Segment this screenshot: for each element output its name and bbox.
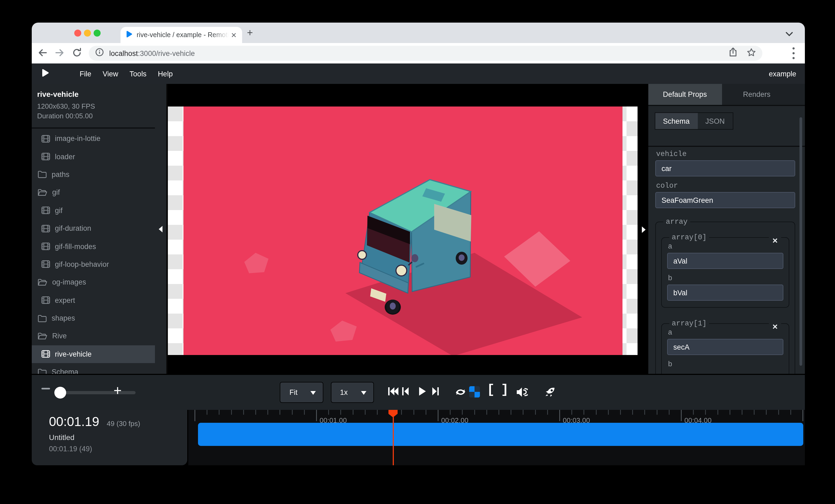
film-icon bbox=[41, 260, 50, 268]
color-field[interactable] bbox=[655, 192, 795, 208]
set-out-point-button[interactable]: ] bbox=[501, 382, 509, 397]
sidebar-item-label: gif-fill-modes bbox=[55, 242, 96, 250]
composition-duration: Duration 00:05.00 bbox=[37, 111, 149, 121]
menu-dots-icon[interactable]: ••• bbox=[791, 46, 796, 60]
play-icon[interactable] bbox=[419, 387, 426, 398]
menu-view[interactable]: View bbox=[103, 70, 118, 78]
chevron-down-icon bbox=[361, 391, 366, 395]
timeline-clip-bar[interactable] bbox=[198, 423, 803, 446]
chevron-down-icon[interactable] bbox=[786, 29, 793, 39]
sidebar-item-label: gif bbox=[52, 189, 60, 196]
sidebar-item-label: Rive bbox=[52, 332, 67, 340]
forward-icon[interactable] bbox=[55, 48, 65, 60]
menu-tools[interactable]: Tools bbox=[130, 70, 147, 78]
preview-area bbox=[167, 84, 647, 374]
folder-icon bbox=[38, 171, 47, 178]
props-panel: Default Props Renders Schema JSON vehicl… bbox=[647, 84, 805, 374]
new-tab-button[interactable]: + bbox=[247, 28, 253, 38]
main-area: rive-vehicle 1200x630, 30 FPS Duration 0… bbox=[32, 84, 805, 374]
array-1-label: array[1] bbox=[669, 319, 709, 328]
reload-icon[interactable] bbox=[72, 48, 82, 60]
jump-start-icon[interactable] bbox=[388, 387, 399, 398]
star-icon[interactable] bbox=[747, 48, 756, 59]
sidebar-item-label: gif-duration bbox=[55, 224, 91, 232]
sidebar-item-paths[interactable]: paths bbox=[32, 166, 155, 184]
volume-icon[interactable] bbox=[516, 387, 528, 399]
sidebar-item-gif-fill-modes[interactable]: gif-fill-modes bbox=[32, 237, 155, 255]
composition-title: rive-vehicle bbox=[37, 90, 149, 99]
sidebar-item-label: gif bbox=[55, 207, 63, 215]
array-1-fieldset: array[1] ✕ a b bbox=[661, 319, 789, 374]
array-0-b-field[interactable] bbox=[667, 285, 783, 301]
timeline-track-area[interactable]: 00:01.00 00:02.00 00:03.00 00:04.00 bbox=[188, 410, 805, 465]
zoom-out-icon[interactable] bbox=[41, 388, 50, 390]
sidebar-item-gif[interactable]: gif bbox=[32, 202, 155, 219]
film-icon bbox=[41, 225, 50, 232]
back-icon[interactable] bbox=[38, 48, 47, 60]
sidebar-item-label: Schema bbox=[52, 368, 78, 374]
film-icon bbox=[41, 243, 50, 250]
props-scrollbar[interactable] bbox=[799, 117, 802, 366]
sidebar-item-label: og-images bbox=[52, 278, 86, 287]
sidebar-item-shapes[interactable]: shapes bbox=[32, 309, 155, 327]
vehicle-field[interactable] bbox=[655, 160, 795, 176]
window-close-button[interactable] bbox=[74, 29, 81, 36]
toggle-json[interactable]: JSON bbox=[697, 113, 733, 129]
set-in-point-button[interactable]: [ bbox=[487, 382, 495, 397]
array-label: array bbox=[663, 218, 690, 226]
info-icon[interactable] bbox=[95, 48, 104, 59]
sidebar-item-label: paths bbox=[52, 170, 69, 178]
playback-toolbar: + Fit 1x [ ] bbox=[32, 374, 805, 410]
sidebar-item-expert[interactable]: expert bbox=[32, 291, 155, 309]
loop-icon[interactable] bbox=[455, 387, 466, 399]
array-0-a-field[interactable] bbox=[667, 253, 783, 269]
menu-file[interactable]: File bbox=[80, 70, 91, 78]
current-timecode: 00:01.19 bbox=[49, 414, 99, 429]
browser-window: rive-vehicle / example - Remoti ✕ + loca… bbox=[32, 23, 805, 488]
sidebar-item-image-in-lottie[interactable]: image-in-lottie bbox=[32, 130, 155, 148]
collapse-right-icon[interactable] bbox=[641, 227, 645, 233]
folder-open-icon bbox=[38, 189, 47, 196]
film-icon bbox=[41, 207, 50, 214]
sidebar-item-rive[interactable]: Rive bbox=[32, 327, 155, 345]
array-1-a-field[interactable] bbox=[667, 339, 783, 355]
sidebar-item-schema[interactable]: Schema bbox=[32, 363, 155, 374]
film-icon bbox=[41, 351, 50, 358]
zoom-slider-thumb[interactable] bbox=[54, 387, 66, 399]
sidebar-item-gif-loop-behavior[interactable]: gif-loop-behavior bbox=[32, 255, 155, 273]
next-frame-icon[interactable] bbox=[432, 387, 439, 398]
toggle-schema[interactable]: Schema bbox=[655, 113, 697, 129]
array-0-fieldset: array[0] ✕ a b bbox=[661, 233, 789, 308]
window-bottom-filler bbox=[32, 465, 805, 488]
sidebar-item-gif-folder[interactable]: gif bbox=[32, 184, 155, 202]
sidebar-item-rive-vehicle[interactable]: rive-vehicle bbox=[32, 345, 155, 363]
rocket-icon[interactable] bbox=[545, 386, 556, 400]
url-text: localhost:3000/rive-vehicle bbox=[109, 49, 729, 57]
sidebar-item-label: gif-loop-behavior bbox=[55, 260, 109, 268]
window-maximize-button[interactable] bbox=[94, 29, 101, 36]
remove-array-0-button[interactable]: ✕ bbox=[769, 237, 781, 245]
address-bar[interactable]: localhost:3000/rive-vehicle bbox=[89, 46, 762, 61]
browser-tab[interactable]: rive-vehicle / example - Remoti ✕ bbox=[121, 27, 242, 43]
window-minimize-button[interactable] bbox=[84, 29, 91, 36]
sidebar-item-og-images[interactable]: og-images bbox=[32, 273, 155, 291]
sidebar-item-loader[interactable]: loader bbox=[32, 148, 155, 166]
track-duration: 00:01.19 (49) bbox=[49, 445, 187, 453]
tab-default-props[interactable]: Default Props bbox=[648, 84, 722, 105]
remotion-logo-icon[interactable] bbox=[41, 68, 49, 79]
transparency-checker-icon[interactable] bbox=[469, 386, 480, 398]
zoom-in-icon[interactable]: + bbox=[114, 382, 122, 399]
zoom-slider[interactable] bbox=[57, 391, 136, 394]
collapse-left-icon[interactable] bbox=[159, 226, 162, 232]
previous-frame-icon[interactable] bbox=[402, 387, 409, 398]
browser-navbar: localhost:3000/rive-vehicle ••• bbox=[32, 43, 805, 63]
sidebar-item-gif-duration[interactable]: gif-duration bbox=[32, 219, 155, 237]
tab-renders[interactable]: Renders bbox=[722, 84, 792, 105]
tab-close-icon[interactable]: ✕ bbox=[231, 31, 237, 39]
fit-dropdown[interactable]: Fit bbox=[280, 382, 323, 403]
preview-canvas bbox=[168, 106, 637, 355]
share-icon[interactable] bbox=[729, 47, 737, 59]
menu-help[interactable]: Help bbox=[158, 70, 173, 78]
remove-array-1-button[interactable]: ✕ bbox=[769, 323, 781, 331]
playback-speed-dropdown[interactable]: 1x bbox=[331, 382, 374, 403]
